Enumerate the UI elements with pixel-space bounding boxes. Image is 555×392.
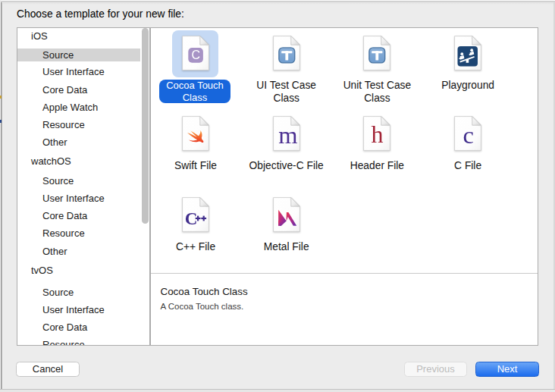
- svg-text:h: h: [372, 121, 384, 148]
- svg-text:c: c: [462, 121, 473, 149]
- svg-text:C: C: [191, 49, 200, 61]
- svg-text:m: m: [278, 121, 297, 149]
